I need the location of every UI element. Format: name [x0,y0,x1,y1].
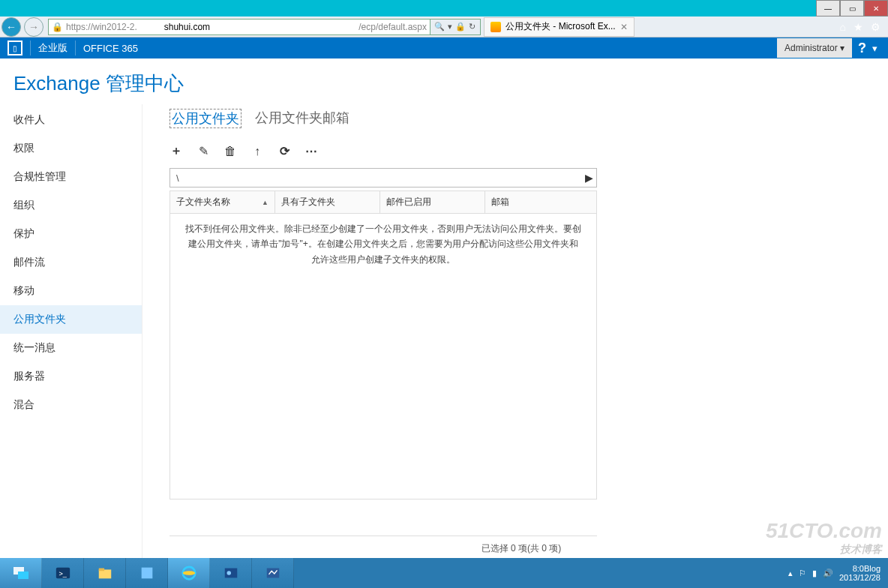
search-icon[interactable]: 🔍 [434,22,445,32]
close-button[interactable]: ✕ [864,0,888,16]
col-has-subfolders[interactable]: 具有子文件夹 [275,191,380,213]
tray-flag-icon[interactable]: ⚐ [799,568,806,578]
sidebar-item-recipients[interactable]: 收件人 [0,106,142,134]
url-path: /ecp/default.aspx [358,22,427,32]
sidebar-item-mailflow[interactable]: 邮件流 [0,248,142,277]
system-tray: ▴ ⚐ ▮ 🔊 8:0Blog 2013/12/28 [781,558,888,588]
tray-clock[interactable]: 8:0Blog 2013/12/28 [839,564,880,582]
chevron-down-icon: ▾ [840,43,844,53]
forward-button[interactable]: → [24,17,44,37]
taskbar-app7[interactable] [252,558,294,588]
svg-text:>_: >_ [58,570,67,578]
tray-up-icon[interactable]: ▴ [788,568,793,578]
help-chevron-icon[interactable]: ▾ [872,43,878,54]
browser-tab[interactable]: 公用文件夹 - Microsoft Ex... ✕ [484,17,634,37]
dropdown-icon[interactable]: ▾ [448,22,452,32]
office365-link[interactable]: OFFICE 365 [75,40,146,56]
help-button[interactable]: ? [858,40,866,56]
user-menu[interactable]: Administrator ▾ [777,38,852,58]
col-subfolder-name[interactable]: 子文件夹名称 ▲ [170,191,275,213]
svg-rect-5 [98,568,104,572]
svg-point-8 [182,571,195,575]
col-mail-enabled[interactable]: 邮件已启用 [380,191,485,213]
home-icon[interactable]: ⌂ [840,21,846,33]
more-button[interactable]: ⋯ [304,144,318,158]
tray-sound-icon[interactable]: 🔊 [823,568,833,578]
enterprise-link[interactable]: 企业版 [30,40,75,56]
minimize-button[interactable]: — [816,0,840,16]
tab-close-icon[interactable]: ✕ [620,22,628,32]
refresh-icon[interactable]: ↻ [469,22,476,32]
url-scheme: https:// [66,22,93,32]
o365-header: ▯ 企业版 OFFICE 365 Administrator ▾ ? ▾ [0,38,888,58]
col-label: 子文件夹名称 [176,196,230,208]
sidebar-item-hybrid[interactable]: 混合 [0,391,142,419]
sidebar-item-mobile[interactable]: 移动 [0,277,142,305]
cert-lock-icon[interactable]: 🔒 [455,22,466,32]
svg-rect-6 [141,568,152,579]
taskbar-explorer[interactable] [84,558,126,588]
taskbar-server-manager[interactable] [0,558,42,588]
col-mailbox[interactable]: 邮箱 [485,191,596,213]
window-controls: — ▭ ✕ [816,0,888,16]
taskbar-powershell[interactable]: >_ [42,558,84,588]
refresh-button[interactable]: ⟳ [278,144,291,158]
tab-public-folders[interactable]: 公用文件夹 [170,109,242,128]
edit-button[interactable]: ✎ [196,144,210,158]
tray-network-icon[interactable]: ▮ [812,568,817,578]
settings-gear-icon[interactable]: ⚙ [871,21,880,33]
tray-date: 2013/12/28 [839,573,880,582]
tray-time: 8:0Blog [839,564,880,573]
grid-empty-message: 找不到任何公用文件夹。除非已经至少创建了一个公用文件夹，否则用户无法访问公用文件… [170,214,596,499]
grid-header: 子文件夹名称 ▲ 具有子文件夹 邮件已启用 邮箱 [170,191,596,214]
breadcrumb-text: \ [176,172,179,184]
sidebar-nav: 收件人 权限 合规性管理 组织 保护 邮件流 移动 公用文件夹 统一消息 服务器… [0,104,142,558]
tab-title: 公用文件夹 - Microsoft Ex... [506,20,616,33]
selection-status: 已选择 0 项(共 0 项) [170,536,873,558]
taskbar: >_ ▴ ⚐ ▮ 🔊 8:0Blog 2013/12/28 [0,558,888,588]
url-host: win2012-2. [93,22,137,32]
sidebar-item-compliance[interactable]: 合规性管理 [0,163,142,191]
breadcrumb-path[interactable]: \ ▶ [170,168,597,188]
taskbar-app6[interactable] [210,558,252,588]
maximize-button[interactable]: ▭ [840,0,864,16]
sidebar-item-permissions[interactable]: 权限 [0,134,142,163]
lock-icon: 🔒 [52,22,63,32]
page-title: Exchange 管理中心 [0,58,888,104]
taskbar-ie[interactable] [168,558,210,588]
address-bar[interactable]: 🔒 https:// win2012-2. shuhui.com /ecp/de… [48,19,430,35]
delete-button[interactable]: 🗑 [224,145,237,158]
browser-tools: ⌂ ★ ⚙ [832,21,888,33]
app-launcher-icon[interactable]: ▯ [8,40,22,56]
sidebar-item-public-folders[interactable]: 公用文件夹 [0,305,142,334]
browser-toolbar: ← → 🔒 https:// win2012-2. shuhui.com /ec… [0,16,888,38]
svg-rect-1 [18,572,28,579]
add-button[interactable]: ＋ [170,143,183,159]
toolbar: ＋ ✎ 🗑 ↑ ⟳ ⋯ [170,139,873,164]
up-level-button[interactable]: ↑ [250,145,264,158]
page-body: Exchange 管理中心 收件人 权限 合规性管理 组织 保护 邮件流 移动 … [0,58,888,558]
taskbar-app4[interactable] [126,558,168,588]
breadcrumb-arrow-icon[interactable]: ▶ [585,172,593,184]
user-name-label: Administrator [784,43,838,53]
tab-public-folder-mailboxes[interactable]: 公用文件夹邮箱 [255,109,350,128]
sort-asc-icon: ▲ [262,199,268,206]
back-button[interactable]: ← [2,17,21,37]
sidebar-item-protection[interactable]: 保护 [0,220,142,248]
address-bar-controls: 🔍 ▾ 🔒 ↻ [430,19,481,35]
main-content: 公用文件夹 公用文件夹邮箱 ＋ ✎ 🗑 ↑ ⟳ ⋯ \ ▶ 子文件夹名称 ▲ [142,104,888,558]
tab-favicon-icon [490,22,501,32]
public-folder-grid: 子文件夹名称 ▲ 具有子文件夹 邮件已启用 邮箱 找不到任何公用文件夹。除非已经… [170,190,597,500]
sub-tabs: 公用文件夹 公用文件夹邮箱 [170,104,873,139]
url-domain: shuhui.com [137,22,359,32]
sidebar-item-servers[interactable]: 服务器 [0,362,142,391]
sidebar-item-organization[interactable]: 组织 [0,191,142,220]
sidebar-item-unified-messaging[interactable]: 统一消息 [0,334,142,362]
svg-point-10 [226,571,231,575]
favorites-icon[interactable]: ★ [854,21,863,33]
